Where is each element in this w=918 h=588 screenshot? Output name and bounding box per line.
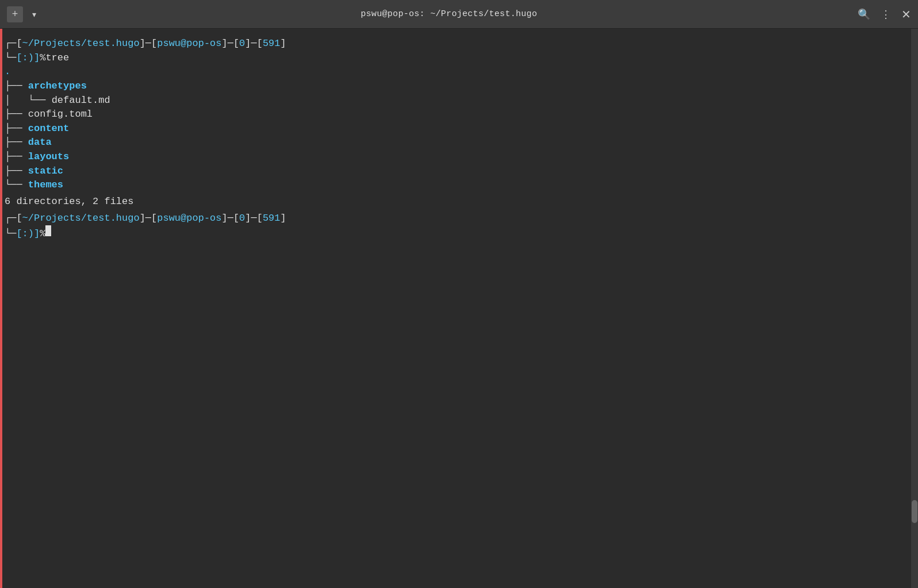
tree-item-config-toml: ├── config.toml xyxy=(5,107,913,122)
tree-branch-static: ├── xyxy=(5,164,28,179)
cursor xyxy=(45,225,51,236)
tree-branch-config: ├── xyxy=(5,107,28,122)
tree-branch-themes: └── xyxy=(5,178,28,193)
tree-item-static: ├── static xyxy=(5,164,913,179)
prompt2-input-line[interactable]: └─[:)] % xyxy=(5,225,913,241)
tree-item-data: ├── data xyxy=(5,136,913,150)
prompt1-exit: 0 xyxy=(239,37,245,51)
prompt1-c: ┌─[ xyxy=(5,37,22,51)
tree-branch-default-md: │ └── xyxy=(5,94,52,108)
prompt1-c2: └─ xyxy=(5,51,16,66)
new-tab-button[interactable]: + xyxy=(7,6,23,22)
prompt1-sep2: ]─[ xyxy=(245,37,263,51)
prompt2-sep2: ]─[ xyxy=(245,212,263,226)
prompt2-bracket-end: ] xyxy=(281,212,286,226)
scrollbar-track[interactable] xyxy=(911,29,918,588)
tree-dir-archetypes: archetypes xyxy=(28,79,87,94)
prompt1-smile: [:)] xyxy=(16,51,40,66)
prompt1-jobs: 591 xyxy=(263,37,281,51)
tree-dir-content: content xyxy=(28,122,69,136)
terminal-content: ┌─[~/Projects/test.hugo]─[pswu@pop-os]─[… xyxy=(0,34,918,244)
tree-item-themes: └── themes xyxy=(5,178,913,193)
prompt1-cmd-line: └─[:)] % tree xyxy=(5,51,913,66)
prompt2-percent: % xyxy=(40,227,45,241)
window-title: pswu@pop-os: ~/Projects/test.hugo xyxy=(361,9,537,19)
tree-summary: 6 directories, 2 files xyxy=(5,195,913,209)
prompt1-path-line: ┌─[~/Projects/test.hugo]─[pswu@pop-os]─[… xyxy=(5,37,913,51)
prompt2-c2: └─ xyxy=(5,227,16,241)
tree-file-default-md: default.md xyxy=(52,94,110,108)
tree-branch-content: ├── xyxy=(5,122,28,136)
tree-dir-static: static xyxy=(28,164,63,179)
tree-branch-layouts: ├── xyxy=(5,150,28,164)
prompt2-c: ┌─[ xyxy=(5,212,22,226)
prompt2-jobs: 591 xyxy=(263,212,281,226)
prompt2-exit: 0 xyxy=(239,212,245,226)
titlebar-right: 🔍 ⋮ ✕ xyxy=(858,7,911,21)
prompt2-bracket-close: ]─[ xyxy=(140,212,158,226)
prompt2-sep1: ]─[ xyxy=(221,212,239,226)
prompt2-smile: [:)] xyxy=(16,227,40,241)
prompt2-user: pswu@pop-os xyxy=(157,212,221,226)
tree-root-dot: . xyxy=(5,65,913,79)
prompt1-sep1: ]─[ xyxy=(221,37,239,51)
scrollbar-thumb[interactable] xyxy=(912,500,917,523)
titlebar-left: + ▾ xyxy=(7,6,40,22)
prompt2-path: ~/Projects/test.hugo xyxy=(22,212,140,226)
dropdown-button[interactable]: ▾ xyxy=(28,6,40,22)
prompt1-bracket-end: ] xyxy=(281,37,286,51)
tree-item-content: ├── content xyxy=(5,122,913,136)
tree-dir-data: data xyxy=(28,136,52,150)
prompt1-user: pswu@pop-os xyxy=(157,37,221,51)
tree-file-config: config.toml xyxy=(28,107,93,122)
close-button[interactable]: ✕ xyxy=(901,7,911,21)
tree-branch-data: ├── xyxy=(5,136,28,150)
tree-item-archetypes: ├── archetypes xyxy=(5,79,913,94)
search-button[interactable]: 🔍 xyxy=(858,8,870,21)
tree-item-layouts: ├── layouts xyxy=(5,150,913,164)
prompt1-path: ~/Projects/test.hugo xyxy=(22,37,140,51)
prompt1-command: tree xyxy=(45,51,69,66)
left-accent-bar xyxy=(0,29,2,588)
prompt1-bracket-close: ]─[ xyxy=(140,37,158,51)
menu-button[interactable]: ⋮ xyxy=(881,8,891,21)
titlebar: + ▾ pswu@pop-os: ~/Projects/test.hugo 🔍 … xyxy=(0,0,918,29)
prompt1-percent: % xyxy=(40,51,45,66)
tree-dir-themes: themes xyxy=(28,178,63,193)
tree-dir-layouts: layouts xyxy=(28,150,69,164)
prompt2-path-line: ┌─[~/Projects/test.hugo]─[pswu@pop-os]─[… xyxy=(5,212,913,226)
tree-item-default-md: │ └── default.md xyxy=(5,94,913,108)
tree-branch-archetypes: ├── xyxy=(5,79,28,94)
terminal[interactable]: ┌─[~/Projects/test.hugo]─[pswu@pop-os]─[… xyxy=(0,29,918,588)
tree-output: . ├── archetypes │ └── default.md ├── co… xyxy=(5,65,913,193)
